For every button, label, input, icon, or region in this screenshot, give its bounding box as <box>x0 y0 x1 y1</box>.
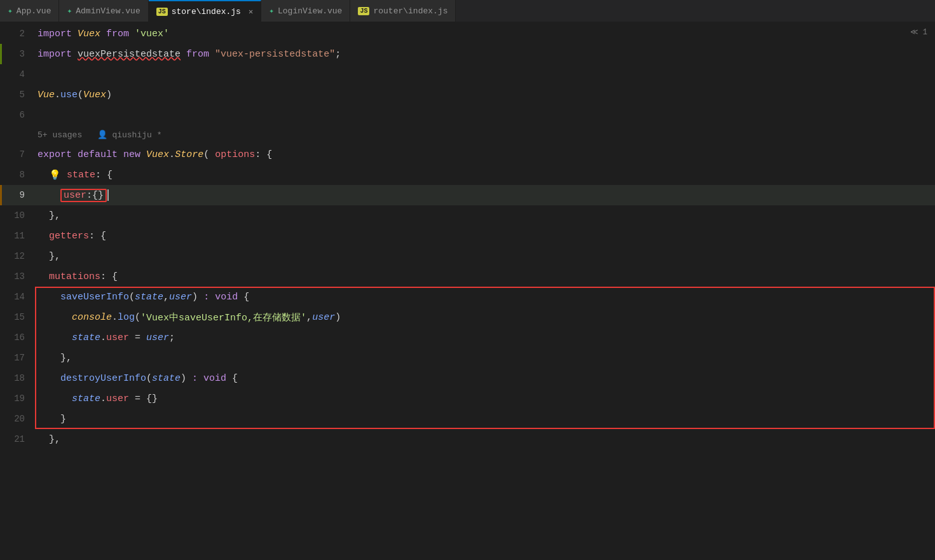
vue-dot-icon: ✦ <box>8 6 13 16</box>
line-content-2: import Vuex from 'vuex' <box>35 29 935 39</box>
code-line-meta: 0 5+ usages 👤 qiushiju * <box>0 125 935 144</box>
line-content-9: user:{} <box>35 189 935 202</box>
line-number-6: 6 <box>0 110 35 120</box>
code-line-15: 15 console.log('Vuex中saveUserInfo,在存储数据'… <box>0 307 935 327</box>
line-number-17: 17 <box>0 353 35 363</box>
line-content-15: console.log('Vuex中saveUserInfo,在存储数据',us… <box>35 311 935 324</box>
vue-dot-icon: ✦ <box>269 6 274 16</box>
tab-adminview-vue[interactable]: ✦ AdminView.vue <box>59 0 148 22</box>
tab-store-index-js[interactable]: JS store\index.js ✕ <box>149 0 261 22</box>
mutations-block: 14 saveUserInfo(state,user) : void { 15 … <box>0 287 935 429</box>
code-line-10: 10 }, <box>0 205 935 226</box>
js-icon: JS <box>156 8 168 16</box>
line-number-4: 4 <box>0 69 35 79</box>
line-number-7: 7 <box>0 149 35 160</box>
line-number-13: 13 <box>0 271 35 282</box>
line-number-2: 2 <box>0 29 35 39</box>
line-content-11: getters: { <box>35 231 935 242</box>
vue-dot-icon: ✦ <box>67 6 72 16</box>
code-line-5: 5 Vue.use(Vuex) <box>0 85 935 105</box>
line-number-meta: 0 <box>0 130 35 140</box>
code-line-8: 8 💡 state: { <box>0 165 935 185</box>
tab-close-icon[interactable]: ✕ <box>249 7 253 17</box>
line-number-12: 12 <box>0 251 35 261</box>
line-content-18: destroyUserInfo(state) : void { <box>35 373 935 384</box>
line-content-12: }, <box>35 251 935 262</box>
code-line-18: 18 destroyUserInfo(state) : void { <box>0 368 935 388</box>
line-content-3: import vuexPersistedstate from "vuex-per… <box>35 49 935 60</box>
code-line-4: 4 <box>0 64 935 85</box>
tab-label: router\index.js <box>373 6 447 16</box>
line-content-19: state.user = {} <box>35 393 935 404</box>
tab-loginview-vue[interactable]: ✦ LoginView.vue <box>261 0 350 22</box>
line-number-21: 21 <box>0 434 35 444</box>
line-content-14: saveUserInfo(state,user) : void { <box>35 292 935 303</box>
line-content-5: Vue.use(Vuex) <box>35 90 935 100</box>
line-number-15: 15 <box>0 312 35 322</box>
line-content-7: export default new Vuex.Store( options: … <box>35 149 935 160</box>
line-number-11: 11 <box>0 231 35 241</box>
tab-router-index-js[interactable]: JS router\index.js <box>350 0 456 22</box>
tab-label: LoginView.vue <box>278 6 342 16</box>
line-number-20: 20 <box>0 414 35 424</box>
line-number-19: 19 <box>0 393 35 404</box>
line-content-21: }, <box>35 434 935 445</box>
code-line-11: 11 getters: { <box>0 226 935 246</box>
line-number-14: 14 <box>0 292 35 302</box>
code-line-20: 20 } <box>0 409 935 429</box>
line-number-16: 16 <box>0 332 35 343</box>
line-content-8: 💡 state: { <box>35 169 935 181</box>
line-number-8: 8 <box>0 170 35 180</box>
line-content-10: }, <box>35 210 935 221</box>
tab-label: store\index.js <box>172 7 241 17</box>
line-number-10: 10 <box>0 210 35 221</box>
code-line-16: 16 state.user = user; <box>0 327 935 348</box>
code-line-14: 14 saveUserInfo(state,user) : void { <box>0 287 935 307</box>
line-number-3: 3 <box>0 49 35 59</box>
tab-label: App.vue <box>17 6 51 16</box>
code-line-6: 6 <box>0 105 935 125</box>
js-icon: JS <box>358 7 369 15</box>
code-line-17: 17 }, <box>0 348 935 368</box>
line-modified-bar-9 <box>0 185 2 205</box>
code-line-3: 3 import vuexPersistedstate from "vuex-p… <box>0 44 935 64</box>
line-number-5: 5 <box>0 90 35 100</box>
tab-bar: ✦ App.vue ✦ AdminView.vue JS store\index… <box>0 0 935 22</box>
code-line-2: 2 import Vuex from 'vuex' <box>0 24 935 44</box>
line-modified-bar-3 <box>0 44 2 64</box>
line-content-20: } <box>35 414 935 425</box>
line-content-16: state.user = user; <box>35 332 935 343</box>
code-line-21: 21 }, <box>0 429 935 449</box>
tab-app-vue[interactable]: ✦ App.vue <box>0 0 59 22</box>
tab-label: AdminView.vue <box>76 6 140 16</box>
line-content-17: }, <box>35 353 935 364</box>
code-container: 2 import Vuex from 'vuex' 3 import vuexP… <box>0 22 935 560</box>
code-line-19: 19 state.user = {} <box>0 388 935 409</box>
line-number-9: 9 <box>0 190 35 200</box>
line-content-13: mutations: { <box>35 271 935 282</box>
code-line-12: 12 }, <box>0 246 935 266</box>
line-number-18: 18 <box>0 373 35 383</box>
code-line-9: 9 user:{} <box>0 185 935 205</box>
code-line-13: 13 mutations: { <box>0 266 935 287</box>
code-line-7: 7 export default new Vuex.Store( options… <box>0 144 935 165</box>
editor-area: ≪ 1 2 import Vuex from 'vuex' 3 import v… <box>0 22 935 560</box>
line-content-meta: 5+ usages 👤 qiushiju * <box>35 130 935 140</box>
